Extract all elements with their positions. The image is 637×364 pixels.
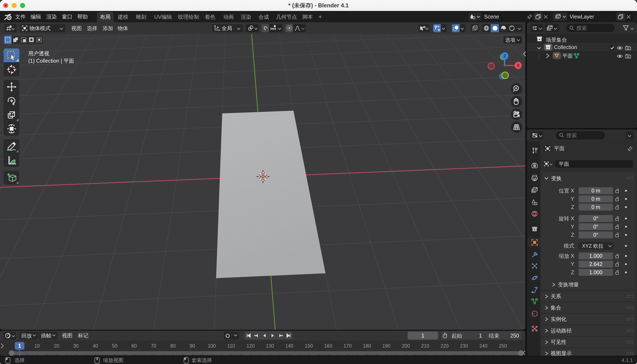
svg-text:Z: Z [503, 54, 506, 58]
svg-text:X: X [517, 63, 520, 68]
